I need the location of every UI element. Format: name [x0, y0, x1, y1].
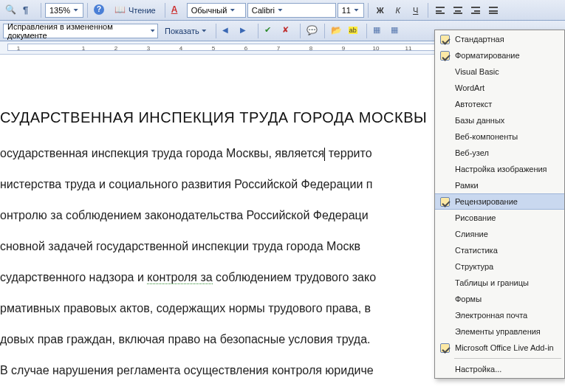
- track-mode-value: Исправления в измененном документе: [7, 22, 147, 40]
- chevron-down-icon: [278, 9, 283, 12]
- menu-item-label: Веб-компоненты: [455, 132, 518, 141]
- reveal-formatting-icon[interactable]: [21, 2, 37, 18]
- align-center-button[interactable]: [450, 2, 466, 18]
- menu-item-label: Настройка изображения: [455, 165, 547, 173]
- reading-label: Чтение: [129, 6, 156, 15]
- search-icon[interactable]: [3, 2, 19, 18]
- checkbox-icon: [437, 35, 452, 44]
- reading-mode-button[interactable]: Чтение: [109, 2, 161, 18]
- checkbox-icon: [437, 343, 452, 353]
- font-value: Calibri: [252, 6, 275, 15]
- separator: [324, 24, 325, 38]
- menu-item-форматирование[interactable]: Форматирование: [435, 47, 564, 63]
- menu-item-label: Таблицы и границы: [455, 278, 529, 287]
- chevron-down-icon: [230, 9, 235, 12]
- menu-item-label: Статистика: [455, 246, 498, 255]
- menu-separator: [454, 358, 561, 359]
- align-right-button[interactable]: [468, 2, 484, 18]
- styles-pane-icon[interactable]: [169, 2, 185, 18]
- font-size-dropdown[interactable]: 11: [338, 3, 364, 18]
- separator: [366, 24, 367, 38]
- menu-item-рамки[interactable]: Рамки: [435, 177, 564, 193]
- menu-item-label: Форматирование: [455, 51, 520, 60]
- separator: [428, 3, 428, 18]
- previous-change-button[interactable]: [220, 23, 236, 39]
- menu-item-рецензирование[interactable]: Рецензирование: [435, 193, 564, 210]
- menu-item-статистика[interactable]: Статистика: [435, 242, 564, 258]
- separator: [165, 3, 165, 18]
- style-value: Обычный: [191, 6, 227, 15]
- menu-item-таблицы-и-границы[interactable]: Таблицы и границы: [435, 275, 564, 291]
- menu-item-microsoft-office-live-add-in[interactable]: Microsoft Office Live Add-in: [435, 340, 564, 356]
- menu-item-label: Visual Basic: [455, 67, 499, 76]
- show-label: Показать: [165, 27, 199, 35]
- menu-item-структура[interactable]: Структура: [435, 258, 564, 275]
- separator: [216, 24, 216, 38]
- reject-change-button[interactable]: [280, 23, 296, 39]
- menu-item-wordart[interactable]: WordArt: [435, 80, 564, 96]
- menu-item-label: Формы: [455, 295, 482, 303]
- menu-item-формы[interactable]: Формы: [435, 291, 564, 307]
- help-icon[interactable]: [92, 2, 108, 18]
- underline-button[interactable]: Ч: [408, 2, 424, 18]
- menu-item-веб-узел[interactable]: Веб-узел: [435, 145, 564, 161]
- separator: [87, 3, 88, 18]
- menu-item-элементы-управления[interactable]: Элементы управления: [435, 323, 564, 340]
- bold-button[interactable]: Ж: [372, 2, 388, 18]
- size-value: 11: [342, 6, 351, 15]
- chevron-down-icon: [354, 9, 359, 12]
- menu-item-label: WordArt: [455, 83, 484, 92]
- zoom-value: 135%: [49, 6, 70, 15]
- chevron-down-icon: [150, 30, 155, 32]
- align-left-button[interactable]: [432, 2, 448, 18]
- book-icon: [114, 4, 126, 16]
- menu-item-стандартная[interactable]: Стандартная: [435, 31, 564, 47]
- menu-item-label: Рисование: [455, 213, 496, 222]
- track-changes-dropdown[interactable]: Исправления в измененном документе: [3, 24, 158, 38]
- font-dropdown[interactable]: Calibri: [247, 3, 336, 18]
- menu-item-label: Слияние: [455, 230, 488, 238]
- italic-button[interactable]: К: [390, 2, 406, 18]
- compare-button[interactable]: [388, 23, 405, 39]
- menu-item-label: Веб-узел: [455, 148, 489, 157]
- menu-item-label: Структура: [455, 262, 493, 271]
- next-change-button[interactable]: [238, 23, 254, 39]
- track-changes-button[interactable]: [329, 23, 345, 39]
- separator: [258, 24, 258, 38]
- show-markup-button[interactable]: Показать: [160, 23, 212, 39]
- text-cursor: [324, 148, 325, 161]
- checkbox-icon: [437, 197, 452, 207]
- menu-item-настройка-изображения[interactable]: Настройка изображения: [435, 161, 564, 177]
- menu-item-label: Электронная почта: [455, 311, 527, 320]
- menu-item-customize[interactable]: Настройка...: [435, 361, 564, 377]
- chevron-down-icon: [202, 30, 207, 32]
- menu-item-веб-компоненты[interactable]: Веб-компоненты: [435, 128, 564, 145]
- menu-item-label: Стандартная: [455, 35, 504, 44]
- reviewing-pane-button[interactable]: [371, 23, 387, 39]
- accept-change-button[interactable]: [262, 23, 278, 39]
- menu-item-label: Рамки: [455, 181, 479, 190]
- menu-item-базы-данных[interactable]: Базы данных: [435, 112, 564, 128]
- toolbars-context-menu: СтандартнаяФорматированиеVisual BasicWor…: [434, 30, 565, 379]
- grammar-wavy: контроля за: [147, 271, 212, 284]
- toolbar-formatting: 135% Чтение Обычный Calibri 11 Ж К Ч: [0, 0, 565, 21]
- separator: [300, 24, 301, 38]
- menu-item-label: Элементы управления: [455, 327, 541, 336]
- menu-item-слияние[interactable]: Слияние: [435, 226, 564, 242]
- separator: [368, 3, 369, 18]
- menu-item-label: Базы данных: [455, 116, 504, 125]
- menu-item-рисование[interactable]: Рисование: [435, 210, 564, 226]
- menu-item-label: Рецензирование: [455, 197, 518, 206]
- separator: [41, 3, 41, 18]
- zoom-dropdown[interactable]: 135%: [45, 3, 83, 18]
- menu-item-label: Настройка...: [455, 365, 501, 374]
- style-dropdown[interactable]: Обычный: [187, 3, 246, 18]
- menu-item-label: Автотекст: [455, 100, 492, 109]
- menu-item-автотекст[interactable]: Автотекст: [435, 96, 564, 112]
- menu-item-электронная-почта[interactable]: Электронная почта: [435, 307, 564, 323]
- menu-item-visual-basic[interactable]: Visual Basic: [435, 63, 564, 80]
- checkbox-icon: [437, 51, 452, 61]
- align-justify-button[interactable]: [485, 2, 501, 18]
- highlight-button[interactable]: [346, 23, 363, 39]
- insert-comment-button[interactable]: [304, 23, 321, 39]
